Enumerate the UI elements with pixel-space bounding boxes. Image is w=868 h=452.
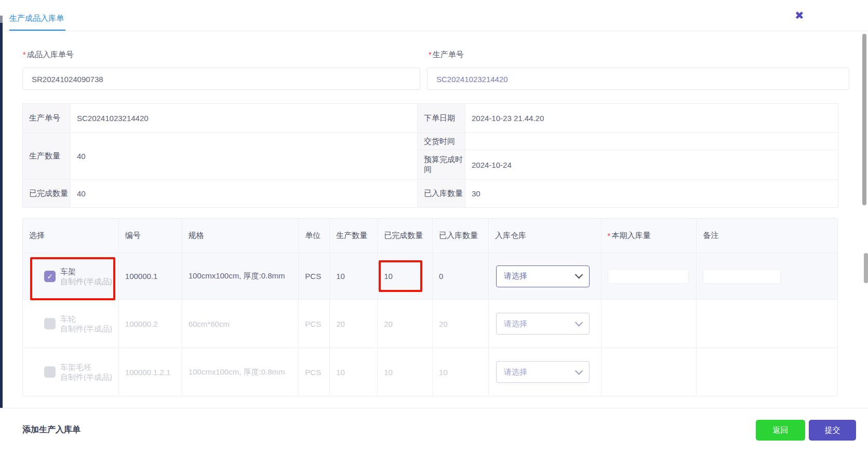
select-cell: 车架毛坯自制件(半成品) bbox=[23, 348, 119, 396]
col-warehouse: 入库仓库 bbox=[489, 219, 602, 252]
table-row: 车轮自制件(半成品) 100000.2 60cm*60cm PCS 20 20 … bbox=[23, 300, 837, 348]
remark-cell bbox=[697, 348, 837, 396]
warehouse-select[interactable]: 请选择 bbox=[496, 361, 590, 383]
stored-qty-cell: 0 bbox=[433, 253, 489, 299]
production-no-input[interactable]: SC20241023214420 bbox=[427, 68, 849, 90]
col-prod-qty: 生产数量 bbox=[330, 219, 378, 252]
info-label: 生产单号 bbox=[23, 104, 71, 133]
receipt-no-label: *成品入库单号 bbox=[23, 49, 74, 60]
prod-qty-cell: 10 bbox=[330, 253, 378, 299]
stored-qty-cell: 20 bbox=[433, 300, 489, 348]
required-asterisk: * bbox=[23, 50, 26, 59]
code-cell: 100000.1.2.1 bbox=[119, 348, 182, 396]
table-row: ✓ 车架自制件(半成品) 100000.1 100cmx100cm, 厚度:0.… bbox=[23, 253, 837, 300]
warehousing-modal: 生产成品入库单 ✖ *成品入库单号 SR20241024090738 *生产单号… bbox=[0, 0, 868, 452]
table-row: 车架毛坯自制件(半成品) 100000.1.2.1 100cmx100cm, 厚… bbox=[23, 348, 837, 396]
product-category: 自制件(半成品) bbox=[60, 276, 112, 286]
chevron-down-icon bbox=[575, 318, 583, 326]
col-remark: 备注 bbox=[697, 219, 837, 252]
header-divider bbox=[3, 31, 868, 31]
col-unit: 单位 bbox=[299, 219, 330, 252]
required-asterisk: * bbox=[608, 231, 611, 240]
warehouse-select[interactable]: 请选择 bbox=[496, 265, 590, 287]
info-value: 2024-10-24 bbox=[465, 150, 838, 180]
remark-cell bbox=[697, 253, 837, 299]
spec-cell: 60cm*60cm bbox=[182, 300, 299, 348]
close-icon[interactable]: ✖ bbox=[795, 9, 804, 22]
vertical-scrollbar-thumb[interactable] bbox=[862, 34, 866, 205]
col-select: 选择 bbox=[23, 219, 119, 252]
tab-production-warehousing[interactable]: 生产成品入库单 bbox=[9, 12, 64, 24]
check-icon: ✓ bbox=[47, 272, 53, 281]
chevron-down-icon bbox=[575, 366, 583, 375]
unit-cell: PCS bbox=[299, 300, 330, 348]
unit-cell: PCS bbox=[299, 348, 330, 396]
product-name: 车轮 bbox=[60, 314, 112, 324]
select-cell: ✓ 车架自制件(半成品) bbox=[23, 253, 119, 299]
info-label: 下单日期 bbox=[418, 104, 465, 133]
current-qty-input[interactable] bbox=[608, 269, 689, 284]
info-label: 交货时间 bbox=[418, 133, 465, 150]
info-value: 40 bbox=[71, 133, 418, 180]
code-cell: 100000.2 bbox=[119, 300, 182, 348]
submit-button[interactable]: 提交 bbox=[809, 420, 856, 441]
info-label: 已完成数量 bbox=[23, 180, 71, 207]
remark-cell bbox=[697, 300, 837, 348]
row-checkbox-unchecked[interactable] bbox=[44, 366, 56, 378]
current-qty-cell bbox=[602, 253, 697, 299]
prod-qty-cell: 10 bbox=[330, 348, 378, 396]
back-button[interactable]: 返回 bbox=[756, 420, 805, 441]
code-cell: 100000.1 bbox=[119, 253, 182, 299]
select-cell: 车轮自制件(半成品) bbox=[23, 300, 119, 348]
row-checkbox-checked[interactable]: ✓ bbox=[44, 271, 56, 282]
warehouse-cell: 请选择 bbox=[489, 348, 602, 396]
product-category: 自制件(半成品) bbox=[60, 324, 112, 334]
add-warehousing-form-link[interactable]: 添加生产入库单 bbox=[22, 424, 81, 435]
warehouse-cell: 请选择 bbox=[489, 300, 602, 348]
unit-cell: PCS bbox=[299, 253, 330, 299]
product-name: 车架 bbox=[60, 267, 112, 276]
info-label: 预算完成时间 bbox=[418, 150, 465, 180]
info-value: SC20241023214420 bbox=[71, 104, 418, 133]
current-qty-cell bbox=[602, 348, 697, 396]
info-value: 40 bbox=[71, 180, 418, 207]
warehouse-cell: 请选择 bbox=[489, 253, 602, 299]
spec-cell: 100cmx100cm, 厚度:0.8mm bbox=[182, 348, 299, 396]
production-no-label: *生产单号 bbox=[429, 49, 464, 60]
col-current-qty: *本期入库量 bbox=[602, 219, 697, 252]
info-label: 已入库数量 bbox=[418, 180, 465, 207]
stored-qty-cell: 10 bbox=[433, 348, 489, 396]
done-qty-cell: 10 bbox=[378, 253, 433, 299]
prod-qty-cell: 20 bbox=[330, 300, 378, 348]
info-label: 生产数量 bbox=[23, 133, 71, 180]
product-table-header: 选择 编号 规格 单位 生产数量 已完成数量 已入库数量 入库仓库 *本期入库量… bbox=[23, 219, 837, 253]
info-value: 2024-10-23 21.44.20 bbox=[465, 104, 838, 133]
warehouse-select[interactable]: 请选择 bbox=[496, 313, 590, 335]
product-name: 车架毛坯 bbox=[60, 362, 112, 372]
chevron-down-icon bbox=[575, 271, 583, 279]
backdrop-edge-notch bbox=[0, 16, 3, 23]
done-qty-cell: 10 bbox=[378, 348, 433, 396]
order-info-table: 生产单号 SC20241023214420 生产数量 40 已完成数量 40 下… bbox=[22, 103, 838, 208]
required-asterisk: * bbox=[429, 50, 432, 59]
footer-divider bbox=[0, 408, 868, 408]
info-value: 30 bbox=[465, 180, 838, 207]
remark-input[interactable] bbox=[703, 269, 781, 284]
info-value bbox=[465, 133, 838, 150]
col-stored-qty: 已入库数量 bbox=[433, 219, 489, 252]
spec-cell: 100cmx100cm, 厚度:0.8mm bbox=[182, 253, 299, 299]
row-checkbox-unchecked[interactable] bbox=[44, 318, 56, 329]
done-qty-cell: 20 bbox=[378, 300, 433, 348]
backdrop-edge bbox=[0, 16, 3, 408]
receipt-no-input[interactable]: SR20241024090738 bbox=[22, 68, 420, 90]
col-spec: 规格 bbox=[182, 219, 299, 252]
table-scrollbar-thumb[interactable] bbox=[864, 253, 868, 283]
current-qty-cell bbox=[602, 300, 697, 348]
col-code: 编号 bbox=[119, 219, 182, 252]
col-done-qty: 已完成数量 bbox=[378, 219, 433, 252]
product-category: 自制件(半成品) bbox=[60, 372, 112, 382]
product-table: 选择 编号 规格 单位 生产数量 已完成数量 已入库数量 入库仓库 *本期入库量… bbox=[22, 218, 838, 396]
